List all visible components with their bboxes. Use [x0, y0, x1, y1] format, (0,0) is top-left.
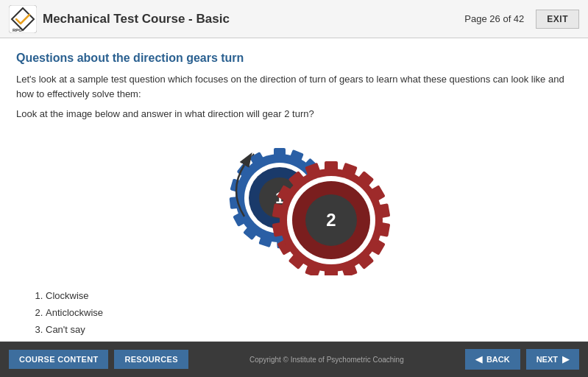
- footer-left: COURSE CONTENT RESOURCES: [9, 350, 188, 369]
- back-button[interactable]: ◀ BACK: [465, 349, 520, 370]
- main-content: Questions about the direction gears turn…: [0, 38, 588, 342]
- answer-item-2: Anticlockwise: [46, 304, 572, 321]
- svg-text:2: 2: [326, 210, 336, 230]
- answer-list: Clockwise Anticlockwise Can't say: [31, 287, 572, 339]
- logo-area: RPG Mechanical Test Course - Basic: [9, 5, 464, 33]
- footer-copyright: Copyright © Institute of Psychometric Co…: [188, 356, 465, 364]
- header: RPG Mechanical Test Course - Basic Page …: [0, 0, 588, 38]
- svg-rect-5: [274, 148, 286, 158]
- intro-text: Let's look at a sample test question whi…: [16, 72, 572, 101]
- section-title: Questions about the direction gears turn: [16, 52, 572, 65]
- resources-button[interactable]: RESOURCES: [114, 350, 188, 369]
- next-button[interactable]: NEXT ▶: [526, 349, 579, 370]
- answer-item-1: Clockwise: [46, 287, 572, 304]
- svg-text:RPG: RPG: [13, 28, 22, 32]
- gear-diagram: 1: [16, 132, 572, 275]
- answers-section: Clockwise Anticlockwise Can't say: [31, 287, 572, 339]
- page-info: Page 26 of 42: [464, 13, 524, 24]
- next-arrow-icon: ▶: [562, 354, 569, 364]
- course-content-button[interactable]: COURSE CONTENT: [9, 350, 108, 369]
- footer: COURSE CONTENT RESOURCES Copyright © Ins…: [0, 342, 588, 377]
- footer-nav: ◀ BACK NEXT ▶: [465, 349, 579, 370]
- exit-button[interactable]: EXIT: [536, 10, 579, 29]
- answer-item-3: Can't say: [46, 321, 572, 338]
- gear-svg: 1: [184, 132, 405, 275]
- header-title: Mechanical Test Course - Basic: [43, 12, 230, 27]
- back-arrow-icon: ◀: [475, 354, 482, 364]
- logo-icon: RPG: [9, 5, 37, 33]
- back-label: BACK: [486, 355, 510, 364]
- question-text: Look at the image below and answer in wh…: [16, 107, 572, 121]
- next-label: NEXT: [536, 355, 558, 364]
